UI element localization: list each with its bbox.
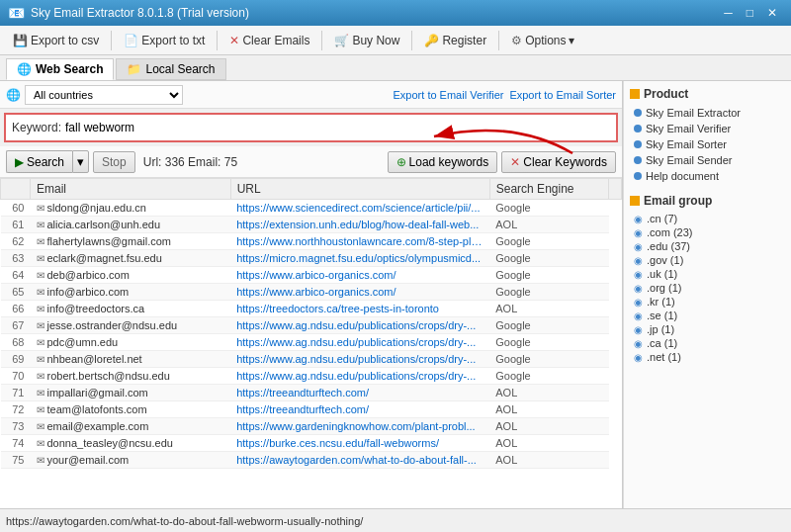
row-engine: AOL [489, 435, 608, 452]
chevron-down-icon: ▾ [77, 154, 84, 169]
email-group-item[interactable]: ◉.net (1) [630, 350, 785, 364]
table-row[interactable]: 64 ✉deb@arbico.com https://www.arbico-or… [1, 267, 622, 284]
table-row[interactable]: 60 ✉sldong@njau.edu.cn https://www.scien… [1, 200, 622, 217]
table-row[interactable]: 62 ✉flahertylawns@gmail.com https://www.… [1, 233, 622, 250]
row-email: ✉donna_teasley@ncsu.edu [31, 435, 231, 452]
table-row[interactable]: 69 ✉nhbean@loretel.net https://www.ag.nd… [1, 351, 622, 368]
options-icon: ⚙ [511, 34, 522, 47]
results-table: Email URL Search Engine 60 ✉sldong@njau.… [0, 178, 622, 469]
table-row[interactable]: 72 ✉team@latofonts.com https://treeandtu… [1, 401, 622, 418]
row-engine: Google [489, 317, 608, 334]
search-button[interactable]: ▶ Search [6, 150, 72, 173]
table-row[interactable]: 65 ✉info@arbico.com https://www.arbico-o… [1, 284, 622, 301]
app-title: Sky Email Extractor 8.0.1.8 (Trial versi… [31, 6, 249, 20]
table-row[interactable]: 61 ✉alicia.carlson@unh.edu https://exten… [1, 217, 622, 233]
row-url[interactable]: https://www.ag.ndsu.edu/publications/cro… [230, 334, 489, 351]
export-csv-button[interactable]: 💾 Export to csv [6, 31, 106, 50]
row-url[interactable]: https://www.ag.ndsu.edu/publications/cro… [230, 351, 489, 368]
email-group-label: .cn (7) [647, 213, 677, 224]
table-row[interactable]: 73 ✉email@example.com https://www.garden… [1, 418, 622, 435]
table-row[interactable]: 75 ✉your@email.com https://awaytogarden.… [1, 452, 622, 469]
row-url[interactable]: https://www.ag.ndsu.edu/publications/cro… [230, 317, 489, 334]
table-row[interactable]: 63 ✉eclark@magnet.fsu.edu https://micro.… [1, 250, 622, 267]
buy-now-button[interactable]: 🛒 Buy Now [327, 31, 406, 50]
email-group-bullet: ◉ [634, 241, 643, 252]
table-row[interactable]: 70 ✉robert.bertsch@ndsu.edu https://www.… [1, 368, 622, 385]
row-url[interactable]: https://micro.magnet.fsu.edu/optics/olym… [230, 250, 489, 267]
table-row[interactable]: 66 ✉info@treedoctors.ca https://treedoct… [1, 301, 622, 317]
clear-emails-button[interactable]: ✕ Clear Emails [222, 31, 316, 50]
row-number: 66 [1, 301, 31, 317]
table-row[interactable]: 71 ✉impallari@gmail.com https://treeandt… [1, 385, 622, 401]
row-number: 60 [1, 200, 31, 217]
email-group-item[interactable]: ◉.ca (1) [630, 336, 785, 350]
row-number: 75 [1, 452, 31, 469]
email-group-label: .ca (1) [647, 337, 677, 349]
row-engine: AOL [489, 418, 608, 435]
table-row[interactable]: 74 ✉donna_teasley@ncsu.edu https://burke… [1, 435, 622, 452]
row-url[interactable]: https://burke.ces.ncsu.edu/fall-webworms… [230, 435, 489, 452]
row-url[interactable]: https://treedoctors.ca/tree-pests-in-tor… [230, 301, 489, 317]
table-container[interactable]: Email URL Search Engine 60 ✉sldong@njau.… [0, 178, 622, 508]
email-group-item[interactable]: ◉.uk (1) [630, 267, 785, 281]
email-group-item[interactable]: ◉.se (1) [630, 309, 785, 322]
row-engine: Google [489, 368, 608, 385]
maximize-button[interactable]: □ [741, 6, 759, 20]
email-group-item[interactable]: ◉.kr (1) [630, 295, 785, 309]
search-dropdown-button[interactable]: ▾ [72, 150, 89, 173]
minimize-button[interactable]: ─ [718, 6, 739, 20]
row-url[interactable]: https://www.northhoustonlawncare.com/8-s… [230, 233, 489, 250]
tab-local-search[interactable]: 📁 Local Search [116, 58, 225, 80]
close-button[interactable]: ✕ [761, 6, 783, 20]
table-row[interactable]: 67 ✉jesse.ostrander@ndsu.edu https://www… [1, 317, 622, 334]
row-url[interactable]: https://www.arbico-organics.com/ [230, 267, 489, 284]
export-to-verifier-link[interactable]: Export to Email Verifier [394, 89, 504, 101]
email-group-item[interactable]: ◉.gov (1) [630, 253, 785, 267]
options-button[interactable]: ⚙ Options ▾ [504, 31, 581, 50]
email-group-bullet: ◉ [634, 338, 643, 349]
row-url[interactable]: https://www.sciencedirect.com/science/ar… [230, 200, 489, 217]
app-icon: 📧 [8, 5, 25, 21]
product-item[interactable]: Sky Email Sorter [630, 136, 785, 152]
country-select-wrapper: 🌐 All countries [6, 85, 386, 105]
clear-keywords-button[interactable]: ✕ Clear Keywords [501, 151, 616, 173]
load-keywords-button[interactable]: ⊕ Load keywords [388, 151, 498, 173]
export-txt-button[interactable]: 📄 Export to txt [117, 31, 212, 50]
email-group-label: .org (1) [647, 282, 681, 294]
email-group-item[interactable]: ◉.edu (37) [630, 239, 785, 253]
export-to-sorter-link[interactable]: Export to Email Sorter [509, 89, 616, 101]
tab-web-search[interactable]: 🌐 Web Search [6, 58, 114, 80]
row-engine: AOL [489, 301, 608, 317]
email-group-bullet: ◉ [634, 269, 643, 280]
product-item[interactable]: Help document [630, 168, 785, 184]
status-bar: https://awaytogarden.com/what-to-do-abou… [0, 508, 791, 532]
row-engine: AOL [489, 401, 608, 418]
row-engine: Google [489, 284, 608, 301]
row-url[interactable]: https://awaytogarden.com/what-to-do-abou… [230, 452, 489, 469]
row-url[interactable]: https://www.gardeningknowhow.com/plant-p… [230, 418, 489, 435]
product-item[interactable]: Sky Email Extractor [630, 105, 785, 121]
email-group-item[interactable]: ◉.jp (1) [630, 322, 785, 336]
stop-button[interactable]: Stop [93, 151, 135, 173]
email-group-item[interactable]: ◉.org (1) [630, 281, 785, 295]
row-url[interactable]: https://www.arbico-organics.com/ [230, 284, 489, 301]
keyword-input[interactable] [65, 121, 610, 134]
email-group-bullet: ◉ [634, 227, 643, 238]
row-url[interactable]: https://treeandturftech.com/ [230, 401, 489, 418]
table-row[interactable]: 68 ✉pdc@umn.edu https://www.ag.ndsu.edu/… [1, 334, 622, 351]
keyword-bar: Keyword: [4, 113, 618, 142]
email-group-item[interactable]: ◉.cn (7) [630, 212, 785, 225]
row-engine: Google [489, 334, 608, 351]
product-item[interactable]: Sky Email Sender [630, 152, 785, 168]
product-item-label: Sky Email Sender [646, 154, 732, 166]
row-url[interactable]: https://extension.unh.edu/blog/how-deal-… [230, 217, 489, 233]
product-item[interactable]: Sky Email Verifier [630, 121, 785, 136]
country-dropdown[interactable]: All countries [25, 85, 183, 105]
email-group-item[interactable]: ◉.com (23) [630, 225, 785, 239]
register-button[interactable]: 🔑 Register [417, 31, 493, 50]
title-bar: 📧 Sky Email Extractor 8.0.1.8 (Trial ver… [0, 0, 791, 26]
row-url[interactable]: https://treeandturftech.com/ [230, 385, 489, 401]
row-url[interactable]: https://www.ag.ndsu.edu/publications/cro… [230, 368, 489, 385]
row-number: 65 [1, 284, 31, 301]
toolbar-separator-2 [217, 31, 218, 50]
